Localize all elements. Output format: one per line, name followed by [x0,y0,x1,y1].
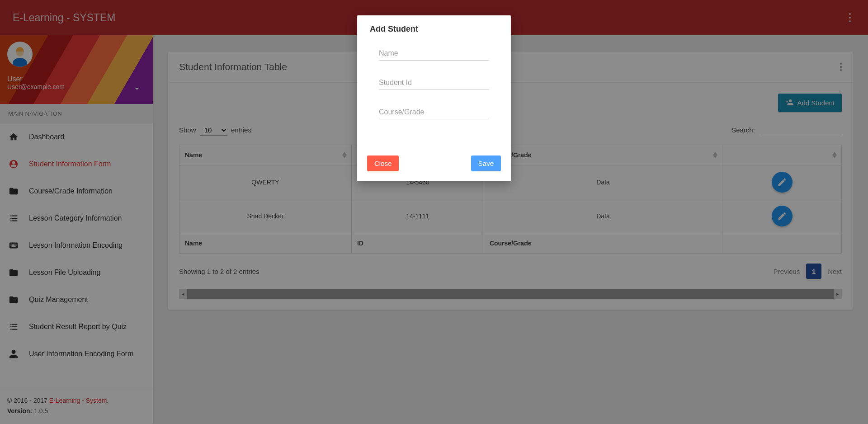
modal-title: Add Student [357,15,511,38]
modal-close-button[interactable]: Close [367,155,399,171]
student-course-input[interactable] [379,105,489,119]
add-student-modal: Add Student Close Save [357,15,511,181]
student-name-input[interactable] [379,47,489,61]
student-id-input[interactable] [379,76,489,90]
modal-save-button[interactable]: Save [471,155,501,171]
